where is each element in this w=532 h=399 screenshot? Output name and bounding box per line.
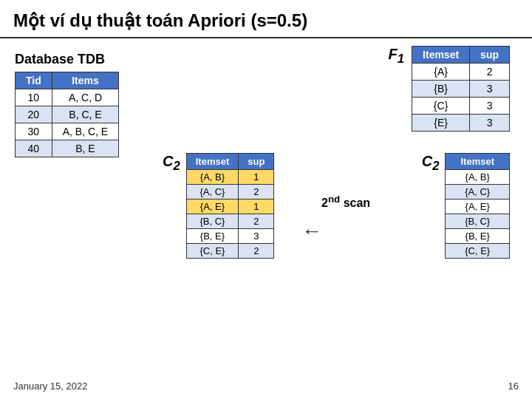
c2-left-row: {B, C}2 — [186, 214, 274, 229]
c2-left-row: {A, C}2 — [186, 185, 274, 200]
c2-left-col-itemset: Itemset — [186, 154, 239, 170]
c2-left-col-sup: sup — [239, 154, 274, 170]
tdb-col-items: Items — [52, 72, 118, 89]
f1-col-sup: sup — [470, 47, 510, 64]
c2-right-row: {B, E} — [446, 229, 510, 244]
f1-row: {B}3 — [412, 81, 510, 98]
tdb-row: 10A, C, D — [16, 89, 119, 106]
c2-right-row: {C, E} — [446, 244, 510, 259]
c2-right-row: {A, E} — [446, 200, 510, 214]
tdb-row: 40B, E — [16, 140, 119, 157]
footer-page: 16 — [508, 381, 519, 392]
f1-row: {C}3 — [412, 98, 510, 115]
f1-row: {E}3 — [412, 115, 510, 132]
c2-right-container: C2 Itemset {A, B}{A, C}{A, E}{B, C}{B, E… — [422, 153, 510, 259]
tdb-row: 20B, C, E — [16, 106, 119, 123]
tdb-col-tid: Tid — [16, 72, 52, 89]
f1-col-itemset: Itemset — [412, 47, 470, 64]
f1-container: F1 Itemset sup {A}2{B}3{C}3{E}3 — [389, 46, 510, 132]
c2-left-container: C2 Itemset sup {A, B}1{A, C}2{A, E}1{B, … — [163, 153, 274, 259]
f1-row: {A}2 — [412, 64, 510, 81]
c2-right-col-itemset: Itemset — [446, 154, 510, 170]
tdb-row: 30A, B, C, E — [16, 123, 119, 140]
c2-right-row: {A, C} — [446, 185, 510, 200]
c2-right-table: Itemset {A, B}{A, C}{A, E}{B, C}{B, E}{C… — [445, 153, 510, 259]
c2-left-row: {A, E}1 — [186, 200, 274, 214]
c2-left-label: C2 — [163, 153, 180, 174]
c2-right-row: {B, C} — [446, 214, 510, 229]
c2-left-table: Itemset sup {A, B}1{A, C}2{A, E}1{B, C}2… — [186, 153, 275, 259]
c2-right-label: C2 — [422, 153, 440, 174]
scan-label: 2nd scan — [321, 194, 370, 210]
f1-table: Itemset sup {A}2{B}3{C}3{E}3 — [412, 46, 510, 132]
f1-label: F1 — [389, 46, 404, 66]
c2-right-row: {A, B} — [446, 170, 510, 185]
c2-left-row: {B, E}3 — [186, 229, 274, 244]
page-title: Một ví dụ thuật toán Apriori (s=0.5) — [0, 0, 532, 38]
arrow-icon: ← — [301, 219, 322, 243]
c2-left-row: {C, E}2 — [186, 244, 274, 259]
footer-date: January 15, 2022 — [13, 381, 87, 392]
c2-left-row: {A, B}1 — [186, 170, 274, 185]
tdb-table: Tid Items 10A, C, D20B, C, E30A, B, C, E… — [15, 72, 119, 157]
